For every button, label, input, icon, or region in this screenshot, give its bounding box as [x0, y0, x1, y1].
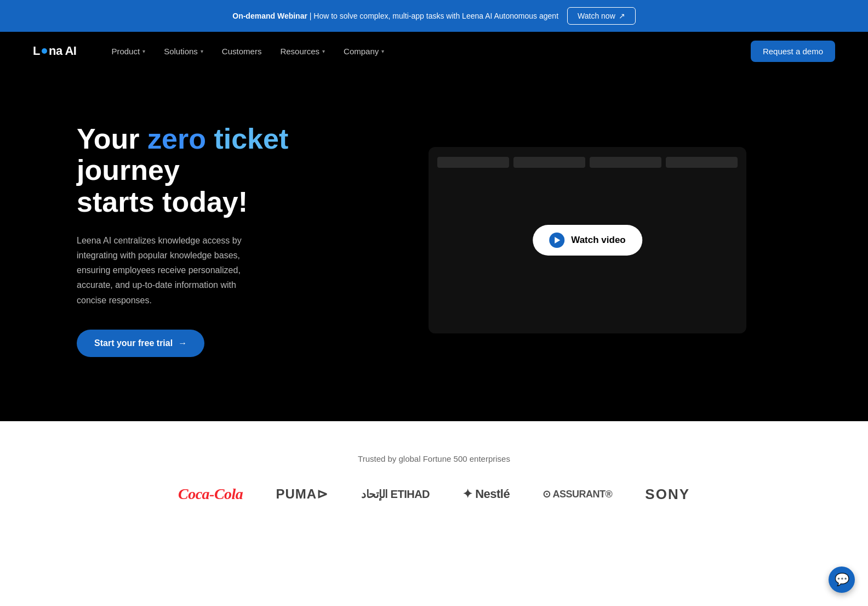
brand-assurant: ⊙ ASSURANT®	[542, 488, 612, 500]
top-banner: On-demand Webinar | How to solve complex…	[0, 0, 868, 32]
video-tabs	[429, 147, 746, 178]
logos-row: Coca‑Cola PUMA⊳ الإتحاد ETIHAD ✦ Nestlé …	[33, 485, 835, 503]
chevron-down-icon: ▾	[381, 48, 384, 54]
watch-now-label: Watch now	[578, 12, 615, 20]
heading-starts-today: starts today!	[77, 186, 248, 218]
brand-etihad: الإتحاد ETIHAD	[361, 488, 430, 501]
logo-text-part1: L	[33, 44, 40, 58]
video-tab-4	[666, 157, 738, 168]
nav-item-company[interactable]: Company ▾	[336, 42, 392, 60]
play-circle	[549, 233, 564, 248]
request-demo-label: Request a demo	[763, 47, 823, 56]
banner-description: How to solve complex, multi-app tasks wi…	[313, 12, 558, 20]
free-trial-label: Start your free trial	[94, 338, 173, 348]
hero-right: Watch video	[340, 125, 835, 355]
nav-product-label: Product	[111, 47, 140, 56]
free-trial-button[interactable]: Start your free trial →	[77, 330, 204, 357]
video-tab-1	[437, 157, 509, 168]
external-link-icon: ↗	[619, 12, 625, 20]
logo-text-part2: na AI	[49, 44, 76, 58]
brand-puma: PUMA⊳	[276, 486, 328, 502]
trusted-title: Trusted by global Fortune 500 enterprise…	[33, 454, 835, 463]
nav-company-label: Company	[344, 47, 379, 56]
brand-nestle: ✦ Nestlé	[462, 487, 510, 501]
watch-video-label: Watch video	[571, 235, 626, 246]
watch-now-button[interactable]: Watch now ↗	[567, 7, 636, 25]
chevron-down-icon: ▾	[142, 48, 145, 54]
play-icon	[555, 237, 560, 243]
hero-left: Your zero ticket journey starts today! L…	[77, 123, 340, 357]
brand-sony: SONY	[645, 486, 690, 503]
nav-item-solutions[interactable]: Solutions ▾	[156, 42, 211, 60]
brand-coca-cola: Coca‑Cola	[178, 485, 243, 503]
video-tab-2	[513, 157, 585, 168]
request-demo-button[interactable]: Request a demo	[751, 41, 835, 62]
heading-journey: journey	[77, 154, 180, 186]
watch-video-button[interactable]: Watch video	[533, 225, 642, 256]
heading-ticket: ticket	[214, 123, 288, 155]
nav-resources-label: Resources	[280, 47, 319, 56]
video-tab-3	[590, 157, 661, 168]
video-placeholder: Watch video	[429, 147, 746, 333]
nav-item-resources[interactable]: Resources ▾	[272, 42, 333, 60]
banner-webinar-label: On-demand Webinar	[232, 12, 307, 20]
heading-zero: zero	[147, 123, 206, 155]
chevron-down-icon: ▾	[322, 48, 325, 54]
hero-section: Your zero ticket journey starts today! L…	[0, 70, 868, 421]
arrow-right-icon: →	[178, 338, 187, 348]
heading-your: Your	[77, 123, 147, 155]
nav-item-product[interactable]: Product ▾	[104, 42, 153, 60]
nav-solutions-label: Solutions	[164, 47, 198, 56]
nav-links: Product ▾ Solutions ▾ Customers Resource…	[104, 42, 728, 60]
banner-text: On-demand Webinar | How to solve complex…	[232, 12, 558, 20]
hero-description: Leena AI centralizes knowledge access by…	[77, 233, 263, 308]
hero-heading: Your zero ticket journey starts today!	[77, 123, 340, 218]
nav-item-customers[interactable]: Customers	[214, 42, 270, 60]
nav-customers-label: Customers	[222, 47, 262, 56]
navbar: Lna AI Product ▾ Solutions ▾ Customers R…	[0, 32, 868, 70]
trusted-section: Trusted by global Fortune 500 enterprise…	[0, 421, 868, 541]
logo[interactable]: Lna AI	[33, 44, 76, 58]
chevron-down-icon: ▾	[201, 48, 203, 54]
logo-dot	[42, 48, 47, 54]
